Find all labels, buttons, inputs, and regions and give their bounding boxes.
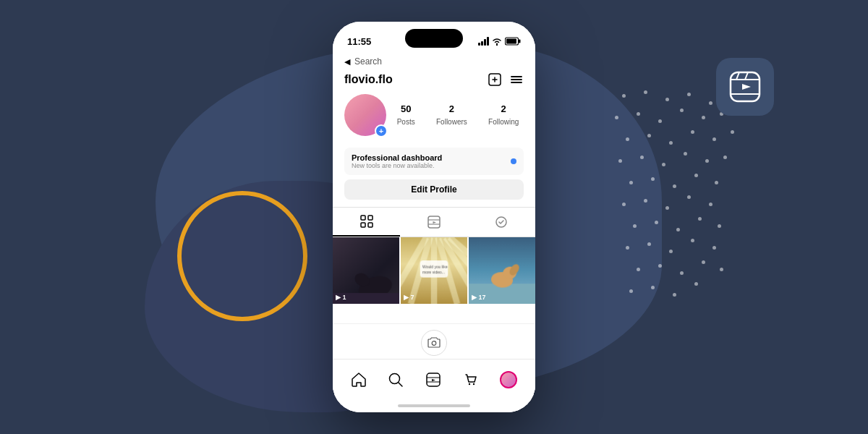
posts-label: Posts (397, 118, 415, 126)
dot (712, 246, 716, 250)
home-bar (398, 404, 470, 407)
photo-grid: ▶ 1 ▶ 7 ▶ 17 (333, 237, 535, 323)
dot (680, 109, 684, 112)
add-post-icon[interactable] (488, 72, 502, 87)
reels-nav-icon (425, 372, 441, 388)
menu-icon[interactable] (509, 72, 524, 87)
svg-rect-15 (361, 223, 365, 227)
nav-shop[interactable] (459, 367, 483, 392)
grid-tab-icon (360, 215, 373, 228)
tab-tagged[interactable] (468, 208, 535, 237)
dot (694, 174, 698, 177)
svg-line-24 (399, 383, 402, 386)
camera-btn-area (333, 323, 535, 359)
svg-rect-13 (361, 216, 365, 220)
camera-button[interactable] (421, 330, 447, 356)
dot (644, 199, 647, 203)
dashboard-text: Professional dashboard New tools are now… (352, 153, 442, 169)
dot (618, 159, 622, 163)
posts-count: 50 (397, 103, 415, 114)
home-icon (351, 372, 367, 388)
dashboard-title: Professional dashboard (352, 153, 442, 162)
avatar-add-button[interactable]: + (375, 124, 388, 137)
dot (633, 224, 637, 228)
followers-label: Followers (436, 118, 467, 126)
dot (615, 116, 618, 119)
nav-profile[interactable] (495, 367, 522, 393)
svg-point-29 (468, 383, 469, 384)
followers-stat[interactable]: 2 Followers (436, 103, 467, 127)
grid-cell-3[interactable]: ▶ 17 (469, 237, 535, 304)
dot (687, 93, 691, 96)
dot (626, 246, 629, 250)
dot (637, 268, 640, 271)
search-nav-icon (388, 372, 404, 388)
profile-header: flovio.flo (333, 69, 535, 142)
dot (720, 268, 723, 271)
tab-grid[interactable] (333, 208, 400, 237)
grid-cell-2[interactable]: ▶ 7 (401, 237, 467, 304)
svg-marker-20 (433, 221, 436, 224)
dot (684, 152, 687, 156)
dot (715, 181, 718, 184)
dot (705, 159, 709, 163)
profile-username: flovio.flo (344, 73, 393, 86)
dot (662, 163, 665, 166)
video-count-1: ▶ 1 (336, 294, 346, 301)
search-label: Search (354, 56, 382, 67)
dashboard-banner[interactable]: Professional dashboard New tools are now… (344, 148, 524, 175)
dot (676, 228, 680, 231)
followers-count: 2 (436, 103, 467, 114)
profile-action-icons (488, 72, 524, 87)
dot (673, 293, 676, 297)
posts-stat[interactable]: 50 Posts (397, 103, 415, 127)
dashboard-subtitle: New tools are now available. (352, 162, 442, 169)
tab-reels[interactable] (400, 208, 467, 237)
dots-pattern (608, 87, 752, 289)
dot (626, 137, 629, 141)
svg-rect-8 (506, 39, 516, 44)
dot (622, 94, 626, 98)
dot (629, 181, 633, 184)
reels-play-icon (729, 71, 761, 103)
dot (651, 177, 655, 181)
shop-icon (463, 372, 479, 388)
edit-profile-button[interactable]: Edit Profile (344, 179, 524, 200)
dot (709, 101, 712, 105)
video-count-2: ▶ 7 (404, 294, 414, 301)
dot (702, 116, 705, 119)
stats-row: + 50 Posts 2 Followers 2 Following (344, 94, 524, 136)
dot (651, 286, 655, 289)
username-row: flovio.flo (344, 72, 524, 87)
dot (647, 242, 651, 246)
svg-line-4 (745, 72, 748, 80)
dynamic-island (405, 29, 463, 48)
svg-rect-7 (519, 40, 521, 43)
dot (669, 141, 673, 145)
phone-mockup: 11:55 ◀ (333, 22, 535, 412)
nav-reels[interactable] (421, 367, 446, 392)
dot (691, 130, 694, 134)
search-bar: ◀ Search (333, 54, 535, 69)
status-icons (478, 37, 521, 46)
nav-search[interactable] (383, 367, 408, 392)
dot (673, 184, 676, 188)
reels-icon-box (716, 58, 774, 116)
back-button[interactable]: ◀ (344, 57, 350, 67)
wifi-icon (492, 37, 502, 46)
content-tabs (333, 207, 535, 237)
dot (655, 221, 658, 224)
nav-home[interactable] (346, 367, 371, 392)
dot (644, 90, 647, 94)
profile-nav-avatar (500, 371, 517, 388)
grid-cell-1[interactable]: ▶ 1 (333, 237, 399, 304)
svg-rect-16 (368, 223, 373, 227)
following-stat[interactable]: 2 Following (488, 103, 519, 127)
dot (665, 206, 669, 210)
svg-point-30 (472, 383, 474, 384)
avatar-container: + (344, 94, 386, 136)
dot (658, 119, 662, 123)
camera-icon (427, 337, 441, 349)
dot (718, 224, 721, 228)
dot (637, 112, 640, 116)
